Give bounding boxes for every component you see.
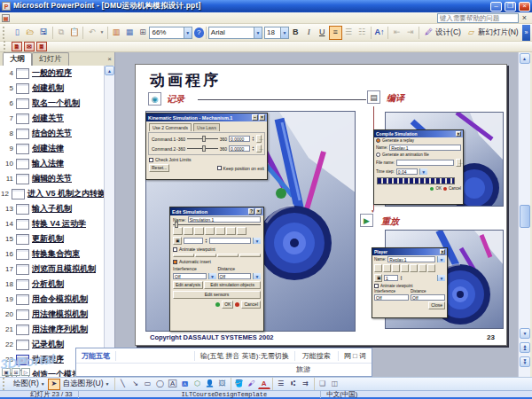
- outline-item[interactable]: 12 进入 V5 机制之内转换: [0, 186, 106, 201]
- outline-item[interactable]: 14 转换 V4 运动学: [0, 216, 106, 231]
- clip-art-icon[interactable]: 👤: [204, 379, 216, 390]
- ime-engine-name[interactable]: 万能五笔: [76, 351, 116, 361]
- undo-icon[interactable]: ↶: [85, 26, 98, 40]
- normal-view-icon[interactable]: ▣: [2, 368, 11, 376]
- slide-scrollbar[interactable]: ▲ ▼ ▲▲ ▼▼: [518, 52, 530, 377]
- outline-item[interactable]: 13 输入子机制: [0, 201, 106, 216]
- outline-item[interactable]: 5 创建机制: [0, 81, 106, 96]
- toolbar-overflow-icon[interactable]: »: [522, 25, 530, 41]
- zoom-dropdown-icon[interactable]: ▼: [184, 27, 192, 38]
- outline-item[interactable]: 21 用法律序列机制: [0, 322, 106, 337]
- pane-close-icon[interactable]: ×: [107, 55, 112, 63]
- help-icon[interactable]: ?: [194, 27, 204, 38]
- increase-indent-icon[interactable]: ⇥: [403, 26, 417, 40]
- design-button[interactable]: 🖉 设计(C): [421, 27, 464, 38]
- help-question-input[interactable]: [437, 13, 519, 23]
- paste-icon[interactable]: 📋: [67, 26, 81, 40]
- bold-button[interactable]: B: [289, 26, 302, 40]
- align-left-button[interactable]: ≡: [329, 26, 342, 40]
- outline-item[interactable]: 17 浏览而且模拟机制: [0, 262, 106, 277]
- line-icon[interactable]: ╲: [117, 379, 129, 390]
- outline-item[interactable]: 10 输入法律: [0, 156, 106, 171]
- draw-menu-button[interactable]: 绘图(R) ▼: [11, 379, 48, 389]
- outline-item[interactable]: 9 创建法律: [0, 141, 106, 156]
- open-folder-icon[interactable]: 🗁: [24, 26, 37, 40]
- previous-slide-button[interactable]: ▲▲: [520, 342, 530, 353]
- new-document-icon[interactable]: ▯: [11, 26, 24, 40]
- gridlines-icon[interactable]: ⊞: [137, 26, 150, 40]
- copy-icon[interactable]: ⧉: [54, 26, 67, 40]
- italic-button[interactable]: I: [302, 26, 316, 40]
- chart-icon[interactable]: ▥: [110, 26, 123, 40]
- scroll-down-icon[interactable]: ▼: [520, 328, 530, 339]
- text-box-icon[interactable]: 🄰: [167, 379, 179, 390]
- fill-color-icon[interactable]: 🪣: [233, 379, 246, 390]
- convert-and-review-icon[interactable]: 🗏: [36, 42, 47, 51]
- line-color-icon[interactable]: 🖌: [246, 379, 258, 390]
- shadow-style-icon[interactable]: ❏: [317, 379, 329, 390]
- save-icon[interactable]: 🖫: [37, 26, 51, 40]
- wordart-icon[interactable]: 🅰: [179, 379, 192, 390]
- ime-candidate[interactable]: 旅游: [296, 364, 310, 374]
- slide-sorter-view-icon[interactable]: ⊞: [12, 368, 20, 376]
- outline-item[interactable]: 8 结合的关节: [0, 126, 106, 141]
- outline-item[interactable]: 7 创建关节: [0, 111, 106, 126]
- convert-and-email-icon[interactable]: ✉: [24, 42, 35, 51]
- tab-outline[interactable]: 大纲: [3, 52, 32, 66]
- outline-item[interactable]: 11 编辑的关节: [0, 171, 106, 186]
- drawbar-grip[interactable]: [3, 378, 8, 390]
- title-bar[interactable]: P Microsoft PowerPoint - [DMU运动机构模拟设计.pp…: [0, 0, 532, 12]
- insert-picture-icon[interactable]: 🖼: [216, 379, 229, 390]
- line-style-icon[interactable]: ☰: [275, 379, 287, 390]
- font-dropdown-icon[interactable]: ▼: [254, 27, 262, 38]
- document-close-icon[interactable]: ×: [519, 13, 530, 22]
- convert-to-pdf-icon[interactable]: 🗎: [12, 42, 22, 51]
- outline-scrollbar[interactable]: ▲ ▼: [104, 66, 114, 377]
- oval-icon[interactable]: ◯: [154, 379, 167, 390]
- font-name-combo[interactable]: Arial ▼: [208, 27, 262, 39]
- scrollbar-thumb[interactable]: [520, 205, 530, 228]
- next-slide-button[interactable]: ▼▼: [520, 356, 530, 367]
- table-icon[interactable]: ▦: [123, 26, 137, 40]
- dash-style-icon[interactable]: ⑆: [287, 379, 300, 390]
- slide-canvas[interactable]: 动画程序 ◉ 记录 ▤ 编译 ▼ ▶ 重放: [135, 64, 507, 346]
- rectangle-icon[interactable]: ▭: [142, 379, 154, 390]
- arrow-icon[interactable]: ↘: [129, 379, 142, 390]
- outline-item[interactable]: 15 更新机制: [0, 231, 106, 246]
- restore-button[interactable]: ❐: [505, 2, 516, 12]
- outline-item[interactable]: 16 转换集合拘束: [0, 246, 106, 262]
- arrow-style-icon[interactable]: ⇉: [300, 379, 312, 390]
- tab-slides[interactable]: 幻灯片: [32, 52, 69, 66]
- compile-label[interactable]: 编译: [387, 92, 404, 105]
- zoom-combo[interactable]: 66% ▼: [149, 27, 192, 39]
- select-objects-icon[interactable]: ➤: [48, 379, 60, 390]
- replay-label[interactable]: 重放: [381, 215, 399, 228]
- outline-item[interactable]: 6 取名一个机制: [0, 96, 106, 111]
- increase-font-icon[interactable]: A↑: [372, 26, 386, 40]
- numbering-icon[interactable]: ☰: [342, 26, 356, 40]
- font-size-combo[interactable]: 18 ▼: [264, 27, 289, 39]
- record-label[interactable]: 记录: [167, 93, 184, 106]
- ime-search-link[interactable]: 万能搜索: [294, 351, 338, 361]
- slideshow-view-icon[interactable]: ▷: [21, 368, 30, 376]
- three-d-style-icon[interactable]: ◫: [329, 379, 341, 390]
- pdf-toolbar-grip[interactable]: [4, 41, 9, 53]
- outline-item[interactable]: 18 分析机制: [0, 277, 106, 292]
- font-size-dropdown-icon[interactable]: ▼: [280, 27, 288, 38]
- close-button[interactable]: ×: [519, 2, 530, 12]
- underline-button[interactable]: U: [316, 26, 329, 40]
- slide-title[interactable]: 动画程序: [150, 70, 221, 90]
- font-color-icon[interactable]: A: [258, 379, 270, 389]
- toolbar-grip[interactable]: [3, 27, 8, 39]
- outline-item[interactable]: 19 用命令模拟机制: [0, 292, 106, 307]
- outline-scroll-up-icon[interactable]: ▲: [105, 66, 114, 75]
- status-language[interactable]: 中文(中国): [326, 390, 357, 399]
- undo-dropdown-icon[interactable]: ▼: [98, 26, 106, 40]
- autoshapes-menu-button[interactable]: 自选图形(U) ▼: [60, 379, 113, 389]
- diagram-icon[interactable]: ⬡: [192, 379, 204, 390]
- outline-item[interactable]: 20 用法律模拟机制: [0, 307, 106, 322]
- new-slide-button[interactable]: ▱ 新幻灯片(N): [464, 27, 521, 38]
- outline-item[interactable]: 4 一般的程序: [0, 66, 106, 81]
- ime-panel[interactable]: 万能五笔 输(五笔 拼音 英语):无需切换 万能搜索 网 □ 词 旅游: [75, 348, 372, 377]
- decrease-indent-icon[interactable]: ⇤: [390, 26, 403, 40]
